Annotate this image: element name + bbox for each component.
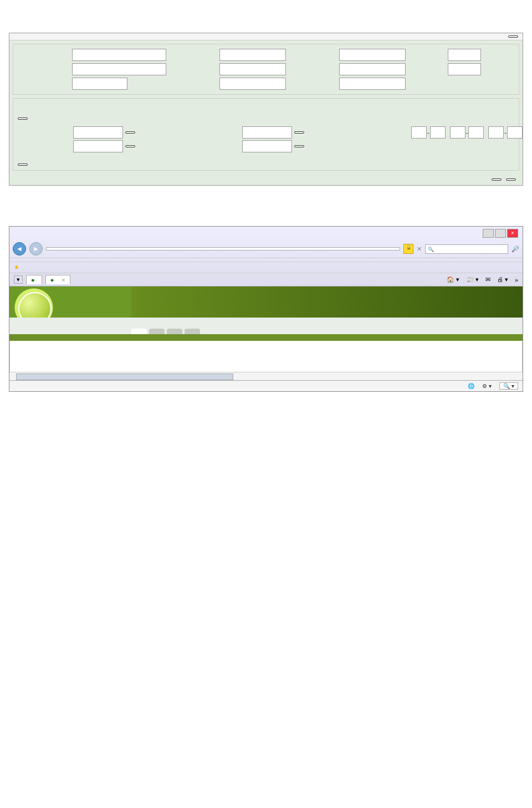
site-content: 🌐 ⚙ ▾ 🔍 ▾ [9,287,523,391]
page-number [0,0,532,14]
subnav-haku[interactable] [149,329,165,334]
uusi-rivi-singles[interactable] [18,117,28,120]
inp-vierasjoukkue[interactable] [219,49,286,61]
tool-tulosta[interactable]: 🖨 ▾ [497,276,508,283]
bullets-after [0,196,532,206]
tool-syotteet[interactable]: 📰 ▾ [466,276,479,283]
titlebar [9,33,523,40]
inp-kotijoukkue[interactable] [72,49,166,61]
search-go-icon[interactable]: 🔎 [511,246,519,253]
address-bar[interactable] [46,247,400,250]
inp-ottelun-pvm[interactable] [72,63,166,75]
close-icon[interactable]: × [507,229,518,238]
inp-kausi[interactable] [339,49,406,61]
ie-window: × ◄ ► 🔒 ✕ 🔍 🔎 ★ ▾ [9,226,523,392]
tab-suomen[interactable]: ● [26,275,42,284]
window-controls[interactable]: × [483,229,518,238]
tallenna-button[interactable] [492,178,502,181]
match-header-panel [13,44,519,95]
inp-kilpailutyyppi[interactable] [339,63,406,75]
protected-mode-icon[interactable]: ⚙ ▾ [482,383,492,389]
secondary-nav [131,329,200,334]
zoom-level[interactable]: 🔍 ▾ [499,382,518,390]
hae-button[interactable] [125,145,135,147]
search-box[interactable]: 🔍 [425,244,508,254]
scrollbar-thumb[interactable] [16,374,233,380]
subnav-tilastot[interactable] [185,329,200,334]
maximize-icon[interactable] [495,229,506,238]
players-panel: - - - [13,98,519,171]
lock-icon: 🔒 [403,244,413,254]
hae-button[interactable] [294,145,304,147]
nelinpeli-away-inp-1[interactable] [242,126,292,139]
inp-ottelu-pelattu[interactable] [72,78,127,90]
hae-button[interactable] [294,131,304,134]
tab-kilpailu[interactable]: ●× [45,275,70,284]
section-6 [0,206,532,226]
uusi-rivi-doubles[interactable] [18,163,28,166]
back-button[interactable] [508,35,518,38]
results-entry-app: - - - [9,33,523,186]
table-header [18,366,514,372]
inp-ottelupaikka[interactable] [219,63,286,75]
inp-arvo[interactable] [339,78,406,90]
intro-text [0,14,532,33]
nelinpeli-home-inp-2[interactable] [73,140,123,152]
nelinpeli-1-row: - - - [18,125,514,152]
lbl-nelinpeli-1 [18,125,68,152]
inp-lohko[interactable] [448,63,481,75]
subnav-kalenteri[interactable] [131,329,147,334]
menu-bar [9,258,523,262]
era2-a[interactable] [450,126,466,139]
horizontal-scrollbar[interactable] [9,372,523,380]
nelinpeli-home-inp-1[interactable] [73,126,123,139]
era2-b[interactable] [468,126,484,139]
tool-koti[interactable]: 🏠 ▾ [447,276,459,283]
nelinpeli-away-inp-2[interactable] [242,140,292,152]
peru-button[interactable] [506,178,516,181]
era3-a[interactable] [488,126,504,139]
inp-kellonaika[interactable] [219,78,286,90]
minimize-icon[interactable] [483,229,494,238]
era1-b[interactable] [430,126,446,139]
forward-nav-icon[interactable]: ► [29,242,43,255]
subnav-minitennis[interactable] [167,329,182,334]
hae-button[interactable] [125,131,135,134]
inp-divisioona[interactable] [448,49,481,61]
tool-more-icon[interactable]: » [515,277,518,283]
era3-b[interactable] [507,126,523,139]
era1-a[interactable] [411,126,427,139]
back-nav-icon[interactable]: ◄ [13,242,26,255]
era-box-nelinpeli: - - - [411,125,511,152]
tool-sahkoposti[interactable]: ✉ [485,276,490,283]
tab-dropdown-icon[interactable]: ▾ [14,275,23,284]
status-bar: 🌐 ⚙ ▾ 🔍 ▾ [9,380,523,391]
